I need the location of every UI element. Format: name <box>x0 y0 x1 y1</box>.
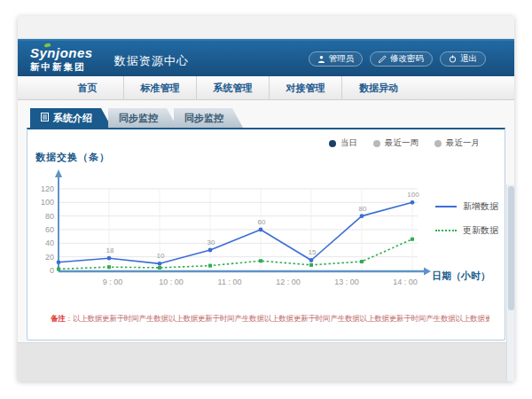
svg-text:9 : 00: 9 : 00 <box>103 278 123 286</box>
footnote-label: 备注 <box>51 314 66 323</box>
nav-item-standard-mgmt[interactable]: 标准管理 <box>124 76 197 99</box>
page: Synjones 新中新集团 数据资源中心 管理员 修改密码 <box>0 0 532 399</box>
radio-last-week[interactable]: 最近一周 <box>373 137 419 149</box>
main-nav: 首页 标准管理 系统管理 对接管理 数据异动 <box>18 76 514 100</box>
radio-dot-icon <box>373 140 380 147</box>
change-password-label: 修改密码 <box>390 53 424 65</box>
svg-text:80: 80 <box>45 212 54 221</box>
chart-panel: 当日 最近一周 最近一月 数据交换（条） 0204060801001209 : … <box>27 128 505 340</box>
company-logo: Synjones 新中新集团 <box>30 46 93 72</box>
tab-sync-monitor-2[interactable]: 同步监控 <box>174 108 243 128</box>
logout-label: 退出 <box>460 53 477 65</box>
y-axis-title: 数据交换（条） <box>35 151 110 164</box>
svg-text:80: 80 <box>359 205 367 213</box>
change-password-button[interactable]: 修改密码 <box>370 51 433 66</box>
svg-text:120: 120 <box>41 184 54 193</box>
top-strip <box>18 16 514 39</box>
radio-today[interactable]: 当日 <box>329 137 357 149</box>
svg-text:30: 30 <box>207 239 215 246</box>
scrollbar-thumb[interactable] <box>508 186 514 310</box>
svg-text:14 : 00: 14 : 00 <box>393 278 418 286</box>
radio-dot-icon <box>434 140 442 147</box>
footer-area <box>18 342 514 381</box>
document-icon <box>41 108 49 128</box>
nav-item-data-change[interactable]: 数据异动 <box>342 76 415 99</box>
time-range-filter: 当日 最近一周 最近一月 <box>329 137 480 149</box>
admin-user-label: 管理员 <box>329 53 355 65</box>
header-bar: Synjones 新中新集团 数据资源中心 管理员 修改密码 <box>18 39 514 76</box>
page-title: 数据资源中心 <box>114 53 189 69</box>
footnote: 备注：以上数据更新于时间产生数据以上数据更新于时间产生数据以上数据更新于时间产生… <box>51 314 489 325</box>
radio-today-label: 当日 <box>340 137 357 149</box>
power-icon <box>449 55 457 63</box>
dotted-line-icon <box>435 230 457 231</box>
svg-text:60: 60 <box>258 218 266 226</box>
svg-text:20: 20 <box>45 253 54 262</box>
nav-item-interface-mgmt[interactable]: 对接管理 <box>270 76 342 99</box>
svg-text:18: 18 <box>106 246 114 254</box>
tab-sync-monitor-1[interactable]: 同步监控 <box>108 108 177 128</box>
admin-user-button[interactable]: 管理员 <box>309 51 364 66</box>
user-icon <box>317 55 325 63</box>
header-actions: 管理员 修改密码 退出 <box>309 51 503 66</box>
legend-item-new-data[interactable]: 新增数据 <box>435 200 498 213</box>
footnote-text: ：以上数据更新于时间产生数据以上数据更新于时间产生数据以上数据更新于时间产生数据… <box>66 314 489 323</box>
edit-icon <box>379 55 387 63</box>
logout-button[interactable]: 退出 <box>440 51 486 66</box>
svg-text:40: 40 <box>45 239 54 247</box>
tab-bar: 系统介绍 同步监控 同步监控 <box>30 108 243 128</box>
svg-text:100: 100 <box>407 191 419 199</box>
content-area: 系统介绍 同步监控 同步监控 当日 最近一周 <box>18 100 514 381</box>
chart-legend: 新增数据 更新数据 <box>435 200 498 237</box>
svg-text:12 : 00: 12 : 00 <box>276 278 301 286</box>
x-axis-title: 日期（小时） <box>432 270 490 283</box>
svg-text:10 : 00: 10 : 00 <box>159 278 184 286</box>
svg-text:100: 100 <box>41 198 54 207</box>
svg-text:60: 60 <box>45 225 54 234</box>
logo-subtitle: 新中新集团 <box>30 62 93 72</box>
radio-last-week-label: 最近一周 <box>385 137 419 149</box>
nav-item-system-mgmt[interactable]: 系统管理 <box>197 76 270 99</box>
scrollbar[interactable] <box>506 184 514 381</box>
legend-update-data-label: 更新数据 <box>463 224 498 237</box>
radio-last-month[interactable]: 最近一月 <box>434 137 480 149</box>
solid-line-icon <box>435 206 457 207</box>
nav-item-home[interactable]: 首页 <box>51 76 124 99</box>
legend-new-data-label: 新增数据 <box>463 200 498 213</box>
svg-text:0: 0 <box>50 266 54 275</box>
app-window: Synjones 新中新集团 数据资源中心 管理员 修改密码 <box>18 16 514 381</box>
svg-text:10: 10 <box>157 252 165 260</box>
svg-text:13 : 00: 13 : 00 <box>334 278 359 286</box>
svg-text:11 : 00: 11 : 00 <box>218 278 242 286</box>
logo-name: Synjones <box>30 46 93 59</box>
tab-label: 系统介绍 <box>53 108 92 128</box>
radio-last-month-label: 最近一月 <box>446 137 480 149</box>
radio-dot-icon <box>329 140 336 147</box>
tab-system-intro[interactable]: 系统介绍 <box>30 108 112 128</box>
svg-text:15: 15 <box>309 248 317 256</box>
legend-item-update-data[interactable]: 更新数据 <box>435 224 498 237</box>
